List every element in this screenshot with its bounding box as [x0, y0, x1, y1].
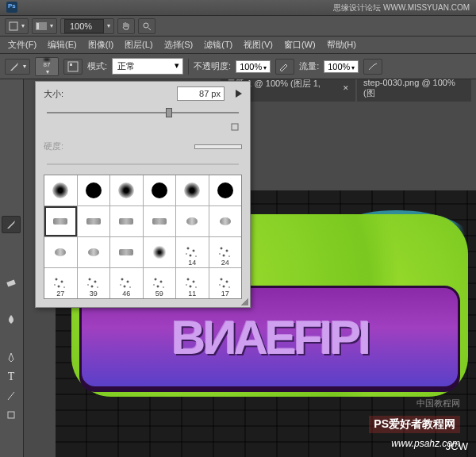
hardness-label: 硬度: — [44, 140, 83, 152]
brush-preset-cell[interactable] — [110, 206, 143, 236]
brush-preset-cell[interactable] — [209, 175, 242, 205]
tool-lasso[interactable] — [2, 121, 21, 138]
blend-mode-select[interactable]: 正常 — [112, 58, 183, 75]
menu-file[interactable]: 文件(F) — [3, 36, 41, 53]
launch-bridge-button[interactable] — [5, 18, 29, 34]
zoom-value[interactable]: 100% — [64, 19, 104, 33]
menu-view[interactable]: 视图(V) — [239, 36, 278, 53]
tool-dodge[interactable] — [2, 330, 21, 348]
tool-shape[interactable] — [2, 406, 21, 424]
brush-preset-cell[interactable] — [144, 175, 176, 205]
tab-2-label: step-0030.png @ 100% (图 — [363, 79, 465, 99]
resize-corner-icon[interactable] — [240, 298, 248, 305]
hardness-field — [194, 144, 242, 149]
brush-preset-cell[interactable] — [44, 175, 77, 205]
brush-preset-cell[interactable] — [110, 237, 143, 267]
brush-shape-icon — [184, 275, 200, 291]
tool-path[interactable] — [2, 387, 21, 405]
menu-window[interactable]: 窗口(W) — [279, 36, 321, 53]
brush-preset-cell[interactable] — [44, 237, 77, 267]
brush-preset-cell[interactable]: 27 — [44, 268, 77, 298]
size-label: 大小: — [44, 88, 83, 100]
brush-preset-cell[interactable]: 59 — [144, 268, 176, 298]
brush-shape-icon — [152, 182, 167, 198]
tool-wand[interactable] — [2, 140, 21, 157]
title-right-text: 思缘设计论坛 WWW.MISSYUAN.COM — [333, 2, 470, 13]
window-titlebar: 思缘设计论坛 WWW.MISSYUAN.COM — [0, 0, 476, 16]
tool-crop[interactable] — [2, 159, 21, 176]
menu-edit[interactable]: 编辑(E) — [43, 36, 82, 53]
svg-rect-10 — [232, 124, 238, 130]
brush-preset-cell[interactable]: 11 — [176, 268, 209, 298]
tool-preset-picker[interactable] — [5, 59, 30, 75]
brush-preset-cell[interactable] — [110, 175, 143, 205]
brush-preset-cell[interactable]: 17 — [209, 268, 242, 298]
view-extras-button[interactable] — [32, 18, 57, 34]
slider-thumb[interactable] — [166, 108, 172, 117]
airbrush-button[interactable] — [363, 59, 382, 75]
watermark-cn: 中国教程网 — [416, 397, 460, 409]
separator — [188, 59, 189, 75]
brush-preset-picker[interactable]: 87 — [35, 57, 59, 76]
tool-move[interactable] — [2, 83, 21, 100]
brush-shape-icon — [53, 218, 67, 225]
brush-preset-cell[interactable] — [44, 206, 77, 236]
close-icon[interactable]: ✕ — [343, 84, 349, 92]
tool-gradient[interactable] — [2, 292, 21, 309]
slider-track — [47, 163, 239, 165]
brush-preset-cell[interactable] — [144, 206, 176, 236]
brush-shape-icon — [186, 217, 198, 225]
zoom-dropdown[interactable]: 100% — [60, 18, 114, 34]
new-preset-icon[interactable] — [231, 123, 239, 131]
brush-preset-cell[interactable] — [144, 237, 176, 267]
menu-image[interactable]: 图像(I) — [83, 36, 118, 53]
brush-preset-cell[interactable]: 46 — [110, 268, 143, 298]
watermark-psahz: PS爱好者教程网 — [369, 416, 460, 433]
brush-preset-cell[interactable] — [78, 206, 110, 236]
tablet-opacity-button[interactable] — [275, 59, 294, 75]
brush-shape-icon — [52, 275, 68, 291]
size-slider[interactable] — [47, 107, 239, 118]
menu-help[interactable]: 帮助(H) — [322, 36, 361, 53]
brush-preset-cell[interactable]: 14 — [176, 237, 209, 267]
play-icon[interactable] — [236, 90, 242, 98]
menu-bar: 文件(F) 编辑(E) 图像(I) 图层(L) 选择(S) 滤镜(T) 视图(V… — [0, 36, 476, 54]
size-field[interactable]: 87 px — [177, 86, 225, 101]
brush-preset-cell[interactable]: 24 — [209, 237, 242, 267]
menu-layer[interactable]: 图层(L) — [120, 36, 157, 53]
opacity-field[interactable]: 100% — [236, 60, 271, 73]
tool-pen[interactable] — [2, 349, 21, 367]
tool-heal[interactable] — [2, 197, 21, 214]
brush-size-number: 11 — [188, 290, 196, 298]
brush-shape-icon — [118, 275, 134, 291]
app-icon — [6, 2, 22, 14]
brush-preset-cell[interactable] — [78, 237, 110, 267]
brush-shape-icon — [152, 244, 167, 260]
brush-panel-toggle[interactable] — [63, 59, 83, 75]
brush-preset-cell[interactable] — [78, 175, 110, 205]
menu-select[interactable]: 选择(S) — [159, 36, 198, 53]
tool-brush[interactable] — [2, 216, 21, 233]
flow-field[interactable]: 100% — [324, 60, 359, 73]
brush-shape-icon — [217, 275, 233, 291]
tool-stamp[interactable] — [2, 235, 21, 252]
menu-filter[interactable]: 滤镜(T) — [199, 36, 237, 53]
hand-tool-button[interactable] — [117, 18, 135, 34]
brush-dot-icon — [44, 58, 50, 61]
tool-history[interactable] — [2, 254, 21, 271]
tool-blur[interactable] — [2, 311, 21, 328]
brush-shape-icon — [86, 182, 102, 198]
tool-type[interactable]: T — [2, 368, 21, 386]
brush-preset-cell[interactable] — [209, 206, 242, 236]
brush-size-number: 39 — [90, 290, 98, 298]
opacity-label: 不透明度: — [194, 60, 231, 72]
tool-marquee[interactable] — [2, 102, 21, 119]
tab-document-2[interactable]: step-0030.png @ 100% (图 — [357, 79, 471, 102]
brush-preset-cell[interactable] — [176, 175, 209, 205]
tool-eraser[interactable] — [2, 273, 21, 290]
brush-preset-cell[interactable] — [176, 206, 209, 236]
brush-preset-cell[interactable]: 39 — [78, 268, 110, 298]
zoom-tool-button[interactable] — [138, 18, 155, 34]
tool-eyedropper[interactable] — [2, 178, 21, 195]
brush-shape-icon — [86, 275, 102, 291]
